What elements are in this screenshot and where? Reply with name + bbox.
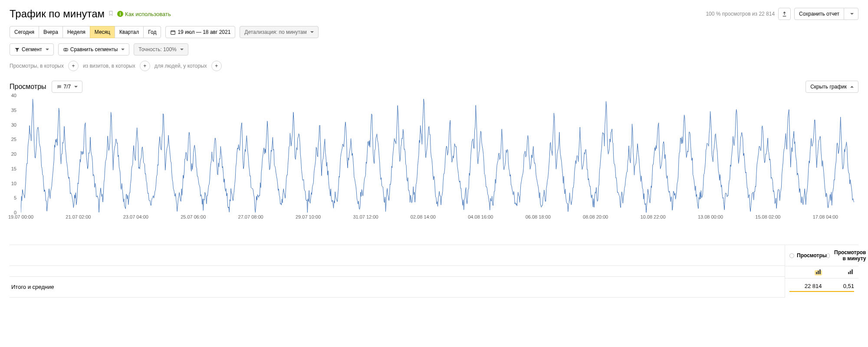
date-range-picker[interactable]: 19 июл — 18 авг 2021	[165, 26, 235, 38]
hide-chart-button[interactable]: Скрыть график	[806, 81, 858, 93]
radio-icon	[827, 253, 830, 258]
add-views-filter[interactable]: +	[68, 61, 79, 71]
page-title: Трафик по минутам	[10, 8, 105, 20]
share-button[interactable]	[778, 8, 791, 20]
info-icon: i	[117, 11, 123, 17]
period-buttons: Сегодня Вчера Неделя Месяц Квартал Год	[10, 26, 161, 38]
col-per-minute-header[interactable]: Просмотров в минуту	[827, 249, 866, 262]
add-visits-filter[interactable]: +	[140, 61, 150, 71]
filters-row: Просмотры, в которых + из визитов, в кот…	[10, 61, 858, 71]
add-people-filter[interactable]: +	[211, 61, 222, 71]
bar-chart-icon[interactable]	[815, 270, 822, 275]
segment-toolbar: Сегмент Сравнить сегменты Точность: 100%	[10, 43, 858, 56]
summary-table: Итого и средние Просмотры Просмотров в м…	[10, 245, 858, 298]
total-row-label: Итого и средние	[10, 277, 785, 298]
save-report-dropdown[interactable]	[844, 8, 858, 20]
segment-dropdown[interactable]: Сегмент	[10, 43, 54, 56]
views-counter[interactable]: 7/7	[52, 81, 83, 93]
per-minute-value: 0,51	[822, 283, 855, 292]
svg-rect-0	[171, 30, 175, 34]
save-report-group: Сохранить отчет	[794, 8, 858, 20]
radio-icon	[789, 253, 794, 258]
traffic-chart[interactable]: 0510152025303540	[21, 95, 854, 213]
period-quarter[interactable]: Квартал	[115, 26, 144, 38]
period-week[interactable]: Неделя	[62, 26, 90, 38]
detail-dropdown[interactable]: Детализация: по минутам	[240, 26, 318, 38]
col-views-header[interactable]: Просмотры	[789, 249, 827, 262]
views-info: 100 % просмотров из 22 814	[706, 11, 775, 17]
filter-label-views: Просмотры, в которых	[10, 63, 64, 69]
views-title: Просмотры	[10, 83, 46, 91]
period-today[interactable]: Сегодня	[10, 26, 39, 38]
filter-label-people: для людей, у которых	[155, 63, 207, 69]
header-actions: 100 % просмотров из 22 814 Сохранить отч…	[706, 8, 858, 20]
period-year[interactable]: Год	[143, 26, 161, 38]
total-views-value: 22 814	[789, 283, 822, 292]
title-group: Трафик по минутам i Как использовать	[10, 8, 171, 20]
accuracy-dropdown[interactable]: Точность: 100%	[134, 43, 188, 56]
chart-x-axis: 19.07 00:0021.07 02:0023.07 04:0025.07 0…	[21, 225, 854, 232]
bar-chart-icon[interactable]	[847, 270, 854, 275]
compare-segments-dropdown[interactable]: Сравнить сегменты	[58, 43, 130, 56]
how-to-use-link[interactable]: i Как использовать	[117, 11, 171, 17]
page-header: Трафик по минутам i Как использовать 100…	[10, 8, 858, 20]
bookmark-icon[interactable]	[108, 10, 114, 17]
filter-label-visits: из визитов, в которых	[83, 63, 135, 69]
save-report-button[interactable]: Сохранить отчет	[794, 8, 844, 20]
period-toolbar: Сегодня Вчера Неделя Месяц Квартал Год 1…	[10, 26, 858, 38]
views-header: Просмотры 7/7 Скрыть график	[10, 81, 858, 93]
period-month[interactable]: Месяц	[90, 26, 115, 38]
period-yesterday[interactable]: Вчера	[39, 26, 63, 38]
